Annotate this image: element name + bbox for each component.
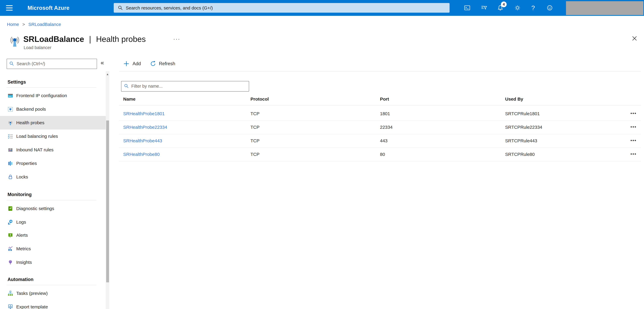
- page-section-name: Health probes: [96, 35, 146, 44]
- account-info-redacted: [566, 1, 644, 15]
- collapse-sidebar-icon[interactable]: «: [100, 59, 104, 66]
- inbound-nat-rules-icon: [8, 147, 13, 153]
- sidebar-item-inbound-nat-rules[interactable]: Inbound NAT rules: [0, 143, 106, 156]
- sidebar-item-frontend-ip-configuration[interactable]: Frontend IP configuration: [0, 89, 106, 102]
- probe-used-by: SRTCPRule22334: [505, 120, 542, 134]
- load-balancing-rules-icon: [8, 134, 13, 139]
- probe-used-by: SRTCPRule80: [505, 148, 535, 161]
- section-title-settings: Settings: [8, 78, 92, 86]
- sidebar-search-input[interactable]: [16, 59, 95, 68]
- section-divider: [7, 200, 96, 200]
- sidebar-scrollbar-thumb[interactable]: [106, 120, 109, 282]
- probe-name-link[interactable]: SRHealthProbe1801: [123, 111, 164, 116]
- sidebar-item-logs[interactable]: Logs: [0, 215, 106, 229]
- sidebar-item-load-balancing-rules[interactable]: Load balancing rules: [0, 130, 106, 143]
- azure-portal-screen: Microsoft Azure 4: [0, 0, 644, 309]
- sidebar-item-properties[interactable]: Properties: [0, 156, 106, 170]
- section-title-monitoring: Monitoring: [8, 191, 92, 198]
- sidebar-item-tasks-preview[interactable]: Tasks (preview): [0, 286, 106, 300]
- sidebar-item-locks[interactable]: Locks: [0, 170, 106, 184]
- probe-protocol: TCP: [250, 107, 260, 120]
- directory-filter-icon[interactable]: [480, 4, 488, 12]
- breadcrumb-resource-link[interactable]: SRLoadBalance: [28, 22, 61, 27]
- row-menu-icon[interactable]: •••: [630, 134, 636, 148]
- backend-pools-icon: [8, 106, 13, 112]
- search-icon: [118, 5, 123, 10]
- tasks-icon: [8, 290, 13, 296]
- column-header-port[interactable]: Port: [380, 94, 389, 105]
- filter-input[interactable]: [131, 81, 246, 91]
- alerts-icon: [8, 232, 13, 238]
- table-row: SRHealthProbe22334 TCP 22334 SRTCPRule22…: [119, 120, 641, 134]
- probe-name-link[interactable]: SRHealthProbe22334: [123, 125, 167, 130]
- table-header-row: Name Protocol Port Used By: [119, 94, 641, 106]
- global-search-input[interactable]: [126, 3, 447, 13]
- search-icon: [124, 84, 129, 88]
- row-menu-icon[interactable]: •••: [630, 107, 636, 120]
- section-divider: [7, 87, 96, 88]
- refresh-icon: [150, 60, 156, 67]
- page-title: SRLoadBalance | Health probes: [23, 34, 146, 44]
- row-menu-icon[interactable]: •••: [630, 148, 636, 161]
- probe-port: 443: [380, 134, 388, 148]
- refresh-button[interactable]: Refresh: [150, 59, 175, 68]
- plus-icon: [123, 60, 130, 67]
- properties-icon: [8, 160, 13, 166]
- column-header-used-by[interactable]: Used By: [505, 94, 523, 105]
- scroll-up-arrow-icon[interactable]: ▲: [106, 72, 109, 76]
- probe-protocol: TCP: [250, 120, 260, 134]
- add-button[interactable]: Add: [123, 59, 141, 68]
- portal-menu-icon[interactable]: [6, 5, 13, 11]
- probe-port: 1801: [380, 107, 390, 120]
- diagnostic-settings-icon: [8, 206, 13, 212]
- column-header-protocol[interactable]: Protocol: [250, 94, 269, 105]
- resource-name: SRLoadBalance: [23, 35, 84, 44]
- help-icon[interactable]: ?: [531, 0, 535, 16]
- health-probes-icon: [8, 120, 13, 126]
- export-template-icon: [8, 304, 13, 309]
- top-bar: Microsoft Azure 4: [0, 0, 644, 16]
- probe-name-link[interactable]: SRHealthProbe443: [123, 138, 162, 143]
- sidebar-item-health-probes[interactable]: Health probes: [0, 116, 106, 130]
- section-title-automation: Automation: [8, 276, 92, 283]
- sidebar-item-metrics[interactable]: Metrics: [0, 242, 106, 256]
- close-icon[interactable]: [631, 35, 638, 42]
- table-row: SRHealthProbe80 TCP 80 SRTCPRule80 •••: [119, 148, 641, 162]
- more-options-icon[interactable]: ···: [173, 36, 180, 42]
- sidebar-search[interactable]: [7, 59, 97, 69]
- breadcrumb: Home > SRLoadBalance: [7, 21, 61, 28]
- column-header-name[interactable]: Name: [123, 94, 136, 105]
- probe-port: 22334: [380, 120, 392, 134]
- settings-gear-icon[interactable]: [514, 4, 521, 12]
- sidebar-item-insights[interactable]: Insights: [0, 256, 106, 269]
- probe-name-link[interactable]: SRHealthProbe80: [123, 152, 160, 157]
- probe-used-by: SRTCPRule443: [505, 134, 537, 148]
- section-divider: [7, 285, 96, 285]
- row-menu-icon[interactable]: •••: [630, 120, 636, 134]
- search-icon: [9, 61, 14, 66]
- global-search[interactable]: [114, 3, 450, 13]
- logs-icon: [8, 219, 13, 225]
- insights-icon: [8, 260, 13, 265]
- load-balancer-icon: [8, 34, 21, 48]
- probe-port: 80: [380, 148, 385, 161]
- probe-protocol: TCP: [250, 148, 260, 161]
- sidebar-item-diagnostic-settings[interactable]: Diagnostic settings: [0, 202, 106, 215]
- breadcrumb-home-link[interactable]: Home: [7, 22, 19, 27]
- sidebar-item-alerts[interactable]: Alerts: [0, 228, 106, 242]
- table-row: SRHealthProbe1801 TCP 1801 SRTCPRule1801…: [119, 107, 641, 121]
- resource-type-label: Load balancer: [24, 45, 51, 50]
- title-separator: |: [89, 35, 91, 44]
- cloud-shell-icon[interactable]: [464, 4, 471, 12]
- command-bar-divider: [119, 71, 641, 72]
- feedback-smiley-icon[interactable]: [546, 4, 553, 12]
- table-row: SRHealthProbe443 TCP 443 SRTCPRule443 ••…: [119, 134, 641, 148]
- add-button-label: Add: [132, 61, 141, 66]
- filter-box[interactable]: [121, 81, 249, 92]
- probe-protocol: TCP: [250, 134, 260, 148]
- sidebar-item-backend-pools[interactable]: Backend pools: [0, 102, 106, 116]
- notification-badge: 4: [501, 2, 507, 7]
- probe-used-by: SRTCPRule1801: [505, 107, 540, 120]
- brand-title[interactable]: Microsoft Azure: [28, 0, 70, 16]
- sidebar-item-export-template[interactable]: Export template: [0, 300, 106, 309]
